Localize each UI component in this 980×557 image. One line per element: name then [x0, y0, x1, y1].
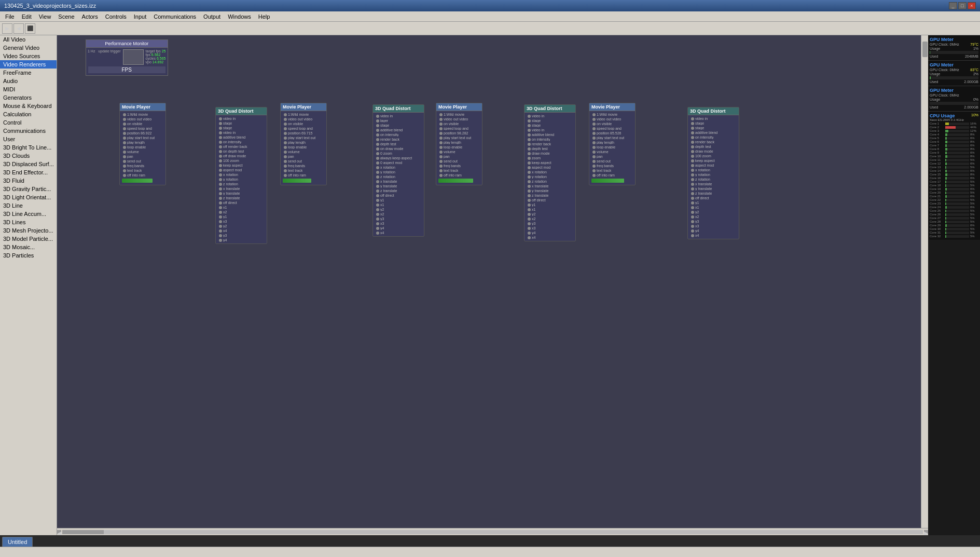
sidebar-item-14[interactable]: 3D Clouds	[0, 152, 57, 160]
menu-item-file[interactable]: File	[2, 12, 18, 21]
gpu-section-2: GPU MeterGPU Clock: 0MHzUsage0%Used2.000…	[928, 86, 980, 112]
gpu-section-1: GPU MeterGPU Clock: 0MHz83°CUsage2%Used2…	[928, 61, 980, 86]
cpu-core-row: Core 296%	[930, 224, 978, 227]
node-row: video out video	[121, 117, 164, 121]
node-row: x4	[689, 233, 738, 238]
menu-item-help[interactable]: Help	[255, 12, 273, 21]
node-row: volume	[437, 150, 481, 154]
menu-item-actors[interactable]: Actors	[79, 12, 101, 21]
node-quad3[interactable]: 3D Quad Distortvideo instagestagevideo i…	[524, 104, 576, 241]
node-row: z translate	[217, 196, 266, 200]
sidebar-item-3[interactable]: Video Renderers	[0, 60, 57, 69]
node-row: y2	[526, 212, 574, 216]
node-row: 1:Wild movie	[437, 112, 481, 117]
sidebar-item-26[interactable]: 3D Particles	[0, 251, 57, 260]
perf-stats: target fps 25 fps 6.562 cycles 6.565 vpo…	[146, 49, 166, 65]
titlebar-buttons[interactable]: _ □ ×	[949, 2, 976, 9]
cpu-core-row: Core 285%	[930, 220, 978, 223]
node-row: loop enable	[121, 145, 164, 150]
node-movie2[interactable]: Movie Player1:Wild movievideo out videoo…	[280, 103, 327, 185]
menu-item-edit[interactable]: Edit	[19, 12, 35, 21]
node-quad4[interactable]: 3D Quad Distortvideo instagestageadditiv…	[687, 107, 739, 239]
sidebar-item-23[interactable]: 3D Mesh Projecto...	[0, 226, 57, 235]
node-row: y4	[217, 238, 266, 242]
node-row: on intensity	[374, 132, 423, 137]
toolbar-btn-1[interactable]: ▶	[2, 23, 12, 34]
node-row: y3	[526, 221, 574, 226]
canvas-area[interactable]: Performance Monitor 1 Hz update trigger …	[57, 35, 921, 528]
node-row: x2	[689, 214, 738, 219]
toolbar-btn-2[interactable]: ◀	[13, 23, 24, 34]
sidebar-item-24[interactable]: 3D Model Particle...	[0, 235, 57, 243]
sidebar-item-25[interactable]: 3D Mosaic...	[0, 243, 57, 251]
sidebar-item-1[interactable]: General Video	[0, 44, 57, 52]
sidebar-item-22[interactable]: 3D Lines	[0, 218, 57, 226]
sidebar-item-21[interactable]: 3D Line Accum...	[0, 210, 57, 218]
sidebar-item-17[interactable]: 3D Fluid	[0, 176, 57, 185]
cpu-core-row: Core 275%	[930, 216, 978, 220]
node-row: 1:Wild movie	[121, 112, 164, 117]
node-row: additive blend	[374, 128, 423, 132]
node-row: x rotation	[374, 165, 423, 170]
sidebar-item-4[interactable]: FreeFrame	[0, 69, 57, 77]
h-scroll-right[interactable]: ▶	[924, 530, 928, 534]
menu-item-output[interactable]: Output	[200, 12, 224, 21]
h-scroll-left[interactable]: ◀	[57, 530, 61, 534]
menu-item-view[interactable]: View	[36, 12, 54, 21]
node-row: 1:Wild movie	[282, 112, 325, 117]
menu-item-windows[interactable]: Windows	[225, 12, 254, 21]
vertical-scrollbar[interactable]	[921, 35, 928, 528]
horizontal-scrollbar[interactable]: ◀ ▶	[57, 528, 928, 535]
node-quad1[interactable]: 3D Quad Distortvideo instagestagevideo i…	[215, 107, 267, 244]
node-row: video in	[526, 128, 574, 132]
tab-untitled[interactable]: Untitled	[2, 537, 33, 547]
node-row: x3	[526, 226, 574, 230]
sidebar-item-15[interactable]: 3D Displaced Surf...	[0, 160, 57, 168]
sidebar-item-16[interactable]: 3D End Effector...	[0, 168, 57, 176]
menu-item-controls[interactable]: Controls	[102, 12, 130, 21]
node-quad2[interactable]: 3D Quad Distortvideo inlayerstageadditiv…	[372, 104, 424, 237]
maximize-button[interactable]: □	[958, 2, 967, 9]
sidebar-item-12[interactable]: User	[0, 135, 57, 143]
sidebar-item-7[interactable]: Generators	[0, 93, 57, 102]
toolbar-btn-3[interactable]: ⬛	[25, 23, 35, 34]
menu-item-input[interactable]: Input	[131, 12, 149, 21]
node-movie3[interactable]: Movie Player1:Wild movievideo out videoo…	[436, 103, 482, 185]
sidebar-item-19[interactable]: 3D Light Orientat...	[0, 193, 57, 201]
node-row: volume	[282, 150, 325, 154]
node-movie4[interactable]: Movie Player1:Wild movievideo out videoo…	[589, 103, 636, 185]
cpu-core-row: Core 146%	[930, 169, 978, 172]
node-movie1[interactable]: Movie Player1:Wild movievideo out videoo…	[119, 103, 166, 185]
node-row: x translate	[374, 179, 423, 184]
menubar: FileEditViewSceneActorsControlsInputComm…	[0, 11, 980, 22]
menu-item-communications[interactable]: Communications	[150, 12, 199, 21]
sidebar-item-2[interactable]: Video Sources	[0, 52, 57, 60]
sidebar-item-9[interactable]: Calculation	[0, 110, 57, 118]
sidebar-item-11[interactable]: Communications	[0, 127, 57, 135]
tabs-bar: Untitled	[0, 535, 980, 547]
minimize-button[interactable]: _	[949, 2, 957, 9]
node-row: z rotation	[374, 174, 423, 179]
node-row: y4	[689, 228, 738, 233]
node-row: send out	[282, 159, 325, 164]
node-row: x translate	[689, 182, 738, 186]
sidebar-item-13[interactable]: 3D Bright To Line...	[0, 143, 57, 152]
sidebar-item-6[interactable]: MIDI	[0, 85, 57, 93]
sidebar-item-5[interactable]: Audio	[0, 77, 57, 85]
cpu-core-row: Core 196%	[930, 187, 978, 191]
cpu-core-row: Core 126%	[930, 162, 978, 165]
sidebar-item-20[interactable]: 3D Line	[0, 201, 57, 210]
menu-item-scene[interactable]: Scene	[55, 12, 77, 21]
node-row: off direct	[217, 200, 266, 205]
sidebar-item-0[interactable]: All Video	[0, 35, 57, 44]
sidebar-item-8[interactable]: Mouse & Keyboard	[0, 102, 57, 110]
node-row: pan	[121, 154, 164, 159]
node-row: keep aspect	[526, 160, 574, 165]
sidebar-item-18[interactable]: 3D Gravity Partic...	[0, 185, 57, 193]
node-row: on visible	[437, 121, 481, 126]
sidebar-item-10[interactable]: Control	[0, 118, 57, 127]
close-button[interactable]: ×	[968, 2, 976, 9]
node-row: draw mode	[689, 149, 738, 154]
node-row: off into ram	[590, 173, 634, 178]
cpu-core-row: Core 135%	[930, 166, 978, 169]
